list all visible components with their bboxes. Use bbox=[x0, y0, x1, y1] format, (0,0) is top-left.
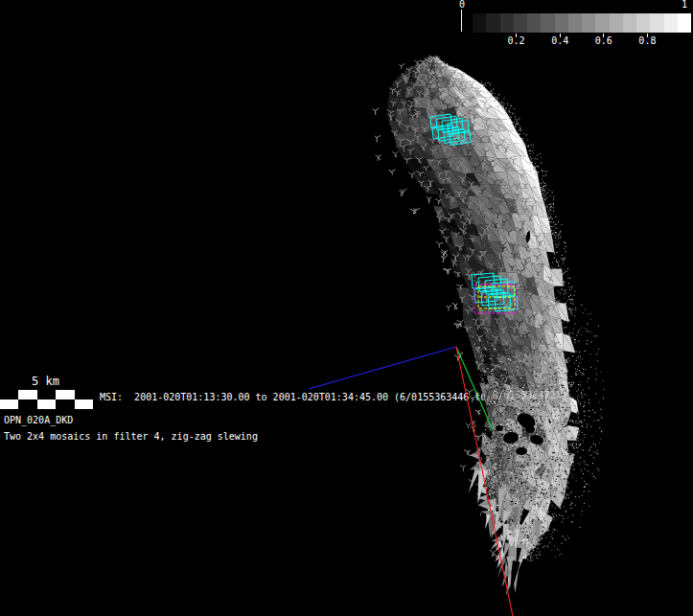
render-window: 0 1 0.20.40.60.8 5 km MSI: 2001-020T01:1… bbox=[0, 0, 693, 616]
colorbar-axis-tick bbox=[461, 10, 462, 32]
scale-bar-cell bbox=[56, 399, 74, 409]
colorbar-tick-label: 0.8 bbox=[637, 35, 657, 46]
colorbar-gradient bbox=[473, 13, 691, 33]
colorbar-max-label: 1 bbox=[681, 0, 687, 10]
scale-bar-cell bbox=[18, 390, 36, 399]
colorbar: 0 1 0.20.40.60.8 bbox=[459, 0, 693, 50]
colorbar-step bbox=[623, 13, 636, 33]
colorbar-step bbox=[664, 13, 678, 33]
colorbar-step bbox=[582, 13, 595, 33]
colorbar-step bbox=[527, 13, 541, 33]
colorbar-tick-label: 0.6 bbox=[594, 35, 613, 46]
scale-bar: 5 km bbox=[0, 376, 115, 410]
colorbar-step bbox=[486, 13, 499, 33]
colorbar-step bbox=[473, 13, 486, 33]
sequence-id-label: OPN_020A_DKD bbox=[4, 415, 73, 426]
colorbar-step bbox=[500, 13, 514, 33]
colorbar-step bbox=[541, 13, 554, 33]
scale-bar-checker bbox=[0, 390, 93, 409]
colorbar-tick-label: 0.4 bbox=[550, 35, 569, 46]
scale-bar-cell bbox=[56, 390, 74, 399]
colorbar-step bbox=[650, 13, 663, 33]
colorbar-step bbox=[568, 13, 582, 33]
msi-time-range-label: MSI: 2001-020T01:13:30.00 to 2001-020T01… bbox=[100, 392, 567, 403]
colorbar-tick-label: 0.2 bbox=[507, 35, 526, 46]
scale-bar-cell bbox=[18, 399, 36, 409]
colorbar-step bbox=[514, 13, 527, 33]
scale-bar-cell bbox=[37, 390, 56, 399]
asteroid-render-canvas bbox=[0, 0, 693, 616]
scale-bar-cell bbox=[0, 390, 18, 399]
colorbar-min-label: 0 bbox=[459, 0, 465, 10]
scale-bar-cell bbox=[75, 390, 93, 399]
mosaic-description-label: Two 2x4 mosaics in filter 4, zig-zag sle… bbox=[4, 431, 258, 443]
scale-bar-cell bbox=[0, 399, 18, 409]
colorbar-step bbox=[678, 13, 691, 33]
colorbar-step bbox=[636, 13, 650, 33]
scale-bar-label: 5 km bbox=[32, 376, 59, 388]
colorbar-step bbox=[595, 13, 609, 33]
colorbar-step bbox=[555, 13, 568, 33]
scale-bar-cell bbox=[37, 399, 56, 409]
colorbar-step bbox=[610, 13, 623, 33]
scale-bar-cell bbox=[75, 399, 93, 409]
